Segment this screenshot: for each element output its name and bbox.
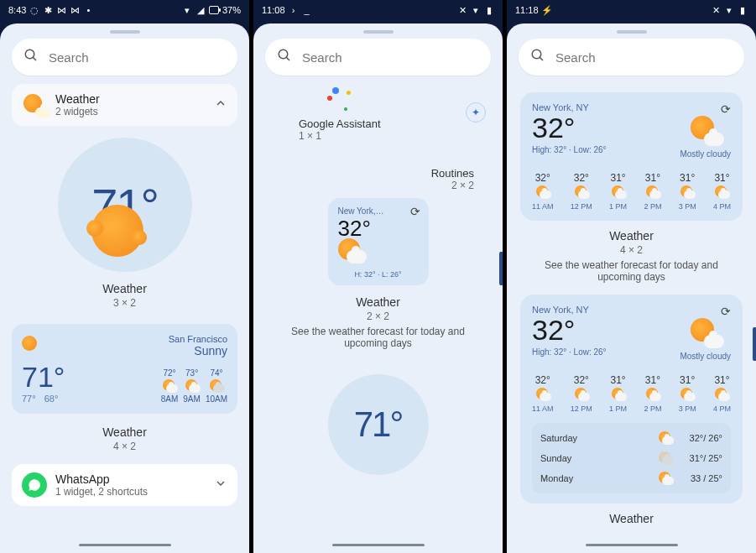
- search-input[interactable]: [302, 50, 479, 65]
- wifi-icon: ▾: [182, 5, 192, 15]
- hour-col: 74° 10AM: [206, 368, 227, 404]
- more-notif-icon: •: [83, 5, 93, 15]
- partly-cloudy-icon: [612, 388, 625, 401]
- hour-time: 10AM: [206, 394, 227, 404]
- refresh-icon[interactable]: ⟳: [721, 102, 731, 116]
- mostly-cloudy-icon: [691, 318, 721, 348]
- widget-condition: Mostly cloudy: [680, 149, 731, 159]
- day-name: Saturday: [540, 433, 659, 443]
- widget-high: 77°: [22, 394, 36, 404]
- search-input[interactable]: [49, 50, 226, 65]
- drag-handle[interactable]: [110, 30, 140, 34]
- partly-cloudy-icon: [680, 388, 694, 401]
- widget-search[interactable]: [12, 39, 237, 76]
- status-bar: 11:08 › _ ✕ ▾ ▮: [253, 0, 503, 20]
- whatsapp-title: WhatsApp: [55, 472, 206, 486]
- partly-cloudy-icon: [612, 185, 625, 199]
- drag-handle[interactable]: [363, 30, 394, 34]
- refresh-icon[interactable]: ⟳: [721, 305, 731, 318]
- edge-handle[interactable]: [753, 327, 756, 361]
- hour-col: 32° 11 AM: [532, 374, 554, 413]
- hour-col: 31° 3 PM: [679, 172, 696, 211]
- whatsapp-app-header[interactable]: WhatsApp 1 widget, 2 shortcuts: [12, 464, 237, 506]
- status-time: 11:18: [515, 5, 539, 15]
- partly-cloudy-icon: [338, 238, 363, 263]
- widget-preview-3x2[interactable]: 71° Weather 3 × 2: [12, 138, 237, 309]
- hour-temp: 74°: [210, 368, 222, 378]
- widget-label: Weather: [102, 282, 147, 295]
- chevron-up-icon[interactable]: [214, 97, 227, 113]
- widget-condition: Mostly cloudy: [680, 352, 731, 361]
- partly-cloudy-icon: [715, 388, 728, 401]
- gmail-status-icon-2: ⋈: [70, 5, 80, 15]
- refresh-icon[interactable]: ⟳: [410, 205, 420, 218]
- hour-col: 32° 11 AM: [532, 172, 554, 211]
- svg-point-0: [25, 50, 34, 59]
- assistant-label: Google Assistant: [299, 117, 381, 130]
- widget-hilo: H: 32° · L: 26°: [338, 270, 419, 279]
- widget-preview-5x3[interactable]: New York, NY 32° High: 32° · Low: 26° ⟳ …: [520, 295, 743, 503]
- widget-preview-partial[interactable]: 71°: [328, 374, 429, 475]
- hour-col: 32° 12 PM: [571, 172, 592, 211]
- whatsapp-subtitle: 1 widget, 2 shortcuts: [55, 486, 206, 498]
- svg-line-1: [33, 57, 36, 60]
- weather-app-header[interactable]: Weather 2 widgets: [12, 84, 237, 126]
- widget-preview-4x2[interactable]: New York, NY 32° High: 32° · Low: 26° ⟳ …: [520, 92, 743, 221]
- status-time: 11:08: [262, 5, 285, 15]
- whatsapp-status-icon: ◌: [29, 5, 39, 15]
- widget-temp: 32°: [532, 315, 607, 346]
- widget-search[interactable]: [519, 39, 744, 76]
- nav-bar[interactable]: [253, 536, 503, 553]
- partly-cloudy-icon: [536, 185, 550, 199]
- partly-icon: [659, 431, 672, 445]
- hour-temp: 32°: [574, 172, 589, 184]
- routines-label: Routines: [265, 167, 474, 180]
- status-time: 8:43: [8, 5, 26, 15]
- hourly-forecast: 32° 11 AM 32° 12 PM 31° 1 PM 31° 2 PM 31…: [532, 172, 731, 211]
- widget-label: Weather: [514, 229, 749, 243]
- routines-icon[interactable]: ✦: [466, 102, 486, 123]
- hour-temp: 31°: [645, 172, 660, 184]
- chevron-down-icon[interactable]: [214, 477, 227, 493]
- widget-preview-4x2-card[interactable]: San Francisco Sunny 71° 77° 68° 7: [12, 324, 237, 414]
- day-name: Monday: [540, 473, 659, 483]
- widget-size: 4 × 2: [12, 441, 237, 452]
- partial-temp: 71°: [354, 404, 403, 445]
- assistant-size: 1 × 1: [299, 130, 381, 142]
- widget-desc: See the weather forecast for today and u…: [278, 326, 479, 349]
- drag-handle[interactable]: [617, 30, 647, 34]
- widget-preview-visual: 71°: [58, 138, 192, 272]
- sun-icon: [91, 205, 143, 257]
- nav-bar[interactable]: [0, 536, 249, 553]
- hour-time: 12 PM: [571, 202, 592, 211]
- battery-percent: 37%: [222, 5, 241, 15]
- day-range: 32°/ 26°: [672, 433, 722, 443]
- signal-icon: ◢: [196, 5, 206, 15]
- widget-preview-2x2[interactable]: ⟳ New York,… 32° H: 32° · L: 26°: [328, 198, 429, 285]
- status-bar: 8:43 ◌ ✱ ⋈ ⋈ • ▾ ◢ 37%: [0, 0, 249, 20]
- search-input[interactable]: [555, 50, 733, 65]
- whatsapp-icon: [22, 472, 47, 498]
- hour-time: 3 PM: [679, 404, 696, 413]
- hour-col: 31° 4 PM: [713, 172, 731, 211]
- chevron-right-icon: ›: [289, 5, 299, 15]
- widget-picker-sheet: New York, NY 32° High: 32° · Low: 26° ⟳ …: [507, 23, 756, 553]
- slack-status-icon: ✱: [43, 5, 53, 15]
- hour-time: 9AM: [183, 394, 201, 404]
- partly-cloudy-icon: [715, 185, 728, 199]
- widget-search[interactable]: [265, 39, 491, 76]
- gmail-status-icon: ⋈: [56, 5, 66, 15]
- widget-size: 2 × 2: [265, 310, 491, 322]
- hour-temp: 32°: [535, 172, 550, 184]
- nav-bar[interactable]: [507, 536, 756, 553]
- widget-label: Weather: [514, 512, 749, 525]
- widget-location: New York,…: [338, 206, 419, 216]
- hour-temp: 31°: [714, 374, 729, 386]
- hour-col: 31° 2 PM: [644, 172, 661, 211]
- widget-label: Weather: [12, 425, 237, 439]
- edge-handle[interactable]: [499, 252, 503, 285]
- weather-app-icon: [22, 92, 47, 117]
- weather-app-title: Weather: [55, 92, 100, 106]
- google-assistant-icon[interactable]: [327, 87, 352, 112]
- hour-col: 31° 1 PM: [609, 374, 627, 413]
